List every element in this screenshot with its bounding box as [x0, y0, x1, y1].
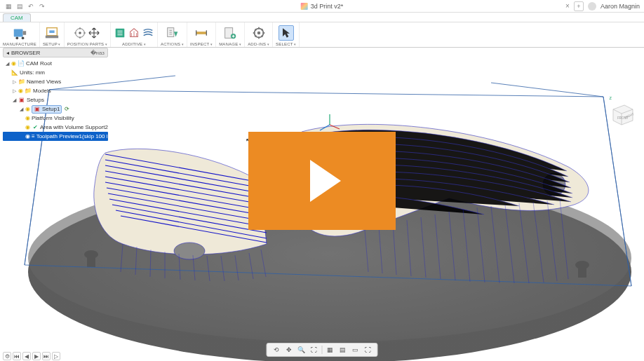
new-tab-button[interactable]: +	[574, 1, 584, 11]
grid-icon[interactable]: ▤	[338, 345, 348, 355]
ribbon-group-additive: ADDITIVE	[111, 22, 158, 47]
undo-icon[interactable]: ↶	[27, 2, 35, 11]
setup-label[interactable]: SETUP	[43, 42, 61, 46]
manufacture-icon	[12, 25, 27, 41]
named-views-label: Named Views	[27, 79, 61, 85]
zoom-fit-icon[interactable]: ⛶	[309, 345, 319, 355]
check-icon: ✔	[32, 124, 39, 131]
svg-point-3	[22, 37, 25, 40]
timeline-end-icon[interactable]: ⏭	[42, 352, 51, 360]
timeline-settings-icon[interactable]: ⚙	[3, 352, 11, 360]
root-icon: 📄	[18, 60, 25, 67]
workspace-label: MANUFACTURE	[3, 42, 36, 46]
user-name[interactable]: Aaron Magnin	[601, 3, 640, 10]
auto-orient-icon[interactable]	[74, 27, 86, 39]
ribbon-group-inspect: INSPECT	[187, 22, 216, 47]
inspect-icon[interactable]	[194, 25, 209, 41]
refresh-icon[interactable]: ⟳	[65, 106, 69, 112]
actions-label[interactable]: ACTIONS	[161, 42, 184, 46]
timeline-fwd-icon[interactable]: ▶	[32, 352, 41, 360]
toolpath-icon: ≡	[32, 133, 35, 140]
tree-setup1[interactable]: ◢◉ ▣ Setup1 ⟳	[3, 104, 108, 114]
units-label: Units: mm	[20, 69, 45, 76]
zoom-icon[interactable]: 🔍	[297, 345, 307, 355]
select-label[interactable]: SELECT	[276, 42, 296, 46]
svg-point-8	[79, 32, 82, 34]
move-icon[interactable]	[88, 27, 100, 39]
browser-header[interactable]: ◂ BROWSER �наз	[3, 48, 108, 57]
timeline-start-icon[interactable]: ⏮	[13, 352, 21, 360]
ribbon-group-addins: ADD-INS	[245, 22, 273, 47]
tree-toolpath-preview[interactable]: ◉ ≡ Toolpath Preview1(skip 100 l…	[3, 132, 108, 141]
browser-settings-icon[interactable]: �наз	[90, 50, 105, 56]
user-avatar[interactable]	[588, 2, 596, 11]
document-title-text: 3d Print v2*	[311, 3, 344, 10]
svg-rect-21	[578, 265, 586, 278]
tree-setups[interactable]: ◢ ▣ Setups	[3, 95, 108, 104]
addins-label[interactable]: ADD-INS	[248, 42, 269, 46]
timeline-bar: ⚙ ⏮ ◀ ▶ ⏭ ▷	[3, 351, 60, 361]
ribbon-group-position: POSITION PARTS	[65, 22, 111, 47]
timeline-back-icon[interactable]: ◀	[22, 352, 31, 360]
timeline-play-icon[interactable]: ▷	[52, 352, 60, 360]
browser-panel: ◂ BROWSER �наз ◢◉ 📄 CAM Root 📐 Units: mm…	[3, 48, 108, 142]
play-icon	[310, 160, 341, 202]
setup1-label: Setup1	[42, 106, 60, 112]
document-title: 3d Print v2*	[301, 3, 344, 10]
workspace-switcher[interactable]: MANUFACTURE	[0, 22, 40, 47]
close-tab-icon[interactable]: ×	[565, 2, 570, 10]
models-label: Models	[33, 88, 51, 94]
position-label[interactable]: POSITION PARTS	[67, 42, 107, 46]
toolpath-preview-label: Toolpath Preview1(skip 100 l…	[36, 133, 114, 139]
print-setting-icon[interactable]	[114, 27, 126, 39]
inspect-label[interactable]: INSPECT	[190, 42, 213, 46]
viewports-icon[interactable]: ▭	[351, 345, 361, 355]
redo-icon[interactable]: ↷	[38, 2, 46, 11]
svg-rect-6	[46, 36, 58, 39]
support-icon[interactable]	[128, 27, 140, 39]
tree-area-support[interactable]: ◉ ✔ Area with Volume Support2	[3, 123, 108, 132]
additive-label[interactable]: ADDITIVE	[122, 42, 146, 46]
manage-icon[interactable]	[222, 25, 238, 41]
ribbon-group-manage: MANAGE	[216, 22, 245, 47]
ribbon-group-setup: SETUP	[40, 22, 65, 47]
fullscreen-icon[interactable]: ⛶	[363, 345, 373, 355]
fusion-logo-icon	[301, 3, 308, 10]
area-support-label: Area with Volume Support2	[40, 124, 108, 130]
ribbon-group-select: SELECT	[273, 22, 300, 47]
navigation-bar: ⟲ ✥ 🔍 ⛶ ▦ ▤ ▭ ⛶	[267, 343, 378, 357]
manage-label[interactable]: MANAGE	[219, 42, 241, 46]
setups-label: Setups	[27, 97, 44, 103]
display-style-icon[interactable]: ▦	[326, 345, 335, 355]
select-icon[interactable]	[279, 25, 294, 41]
setup-icon[interactable]	[44, 25, 60, 41]
actions-icon[interactable]	[165, 25, 180, 41]
pan-icon[interactable]: ✥	[284, 345, 294, 355]
svg-rect-11	[196, 32, 207, 34]
separator	[322, 346, 323, 354]
root-label: CAM Root	[26, 60, 52, 67]
tree-root[interactable]: ◢◉ 📄 CAM Root	[3, 59, 108, 68]
layers-icon[interactable]	[142, 27, 154, 39]
tree-models[interactable]: ▷◉ 📁 Models	[3, 86, 108, 95]
svg-point-23	[174, 243, 205, 259]
svg-rect-5	[49, 30, 54, 33]
tree-units[interactable]: 📐 Units: mm	[3, 68, 108, 77]
tree-platform-visibility[interactable]: ◉ Platform Visibility	[3, 114, 108, 123]
ribbon-toolbar: MANUFACTURE SETUP POSITION PARTS ADDITIV…	[0, 22, 644, 48]
addins-icon[interactable]	[251, 25, 267, 41]
video-play-overlay[interactable]	[248, 132, 396, 230]
app-menu-icon[interactable]: ▦	[4, 2, 13, 11]
tree-named-views[interactable]: ▷ 📁 Named Views	[3, 77, 108, 86]
tab-cam[interactable]: CAM	[3, 13, 31, 22]
title-bar: ▦ ▤ ↶ ↷ 3d Print v2* × + Aaron Magnin	[0, 0, 644, 13]
orbit-icon[interactable]: ⟲	[271, 345, 281, 355]
browser-tree: ◢◉ 📄 CAM Root 📐 Units: mm ▷ 📁 Named View…	[3, 57, 108, 142]
workspace-tabstrip: CAM	[0, 13, 644, 22]
folder-icon: 📁	[18, 79, 25, 86]
viewcube[interactable]: z FRONT RIGHT	[608, 100, 636, 128]
folder-icon: 📁	[25, 88, 32, 95]
axis-z-label: z	[610, 95, 612, 100]
browser-collapse-icon[interactable]: ◂	[6, 50, 9, 56]
file-save-icon[interactable]: ▤	[15, 2, 24, 11]
